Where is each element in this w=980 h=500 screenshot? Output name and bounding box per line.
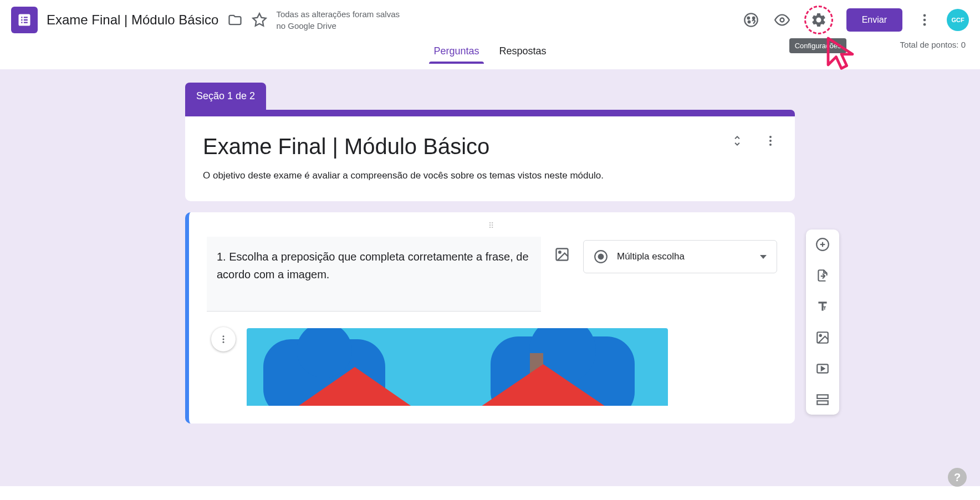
tab-responses[interactable]: Respostas bbox=[499, 45, 547, 64]
settings-icon[interactable]: Configurações bbox=[804, 6, 833, 34]
question-text-input[interactable]: 1. Escolha a preposição que completa cor… bbox=[207, 237, 541, 312]
svg-point-9 bbox=[769, 136, 772, 138]
tab-questions[interactable]: Perguntas bbox=[433, 45, 479, 64]
document-title[interactable]: Exame Final | Módulo Básico bbox=[47, 12, 218, 28]
drag-handle-icon[interactable]: ⠿ bbox=[207, 219, 777, 237]
svg-point-15 bbox=[598, 254, 604, 260]
user-avatar[interactable]: GCF bbox=[947, 9, 969, 31]
question-type-label: Múltipla escolha bbox=[617, 251, 751, 262]
section-indicator: Seção 1 de 2 bbox=[185, 83, 266, 110]
folder-icon[interactable] bbox=[227, 12, 243, 28]
svg-point-17 bbox=[223, 339, 224, 340]
help-button[interactable]: ? bbox=[948, 468, 967, 486]
question-card[interactable]: ⠿ 1. Escolha a preposição que completa c… bbox=[185, 212, 795, 424]
svg-rect-26 bbox=[817, 395, 828, 399]
svg-point-2 bbox=[747, 17, 749, 19]
svg-point-3 bbox=[753, 17, 755, 19]
svg-point-18 bbox=[223, 341, 224, 343]
add-question-icon[interactable] bbox=[815, 237, 830, 252]
preview-icon[interactable] bbox=[773, 11, 791, 29]
chevron-down-icon bbox=[760, 255, 767, 259]
svg-marker-0 bbox=[253, 13, 266, 25]
svg-point-13 bbox=[559, 251, 561, 253]
section-accent-bar bbox=[185, 110, 795, 116]
add-image-icon[interactable] bbox=[554, 247, 570, 262]
add-title-icon[interactable] bbox=[815, 299, 830, 314]
side-toolbar bbox=[806, 229, 839, 415]
svg-point-1 bbox=[744, 13, 757, 26]
svg-point-23 bbox=[820, 335, 821, 336]
svg-point-10 bbox=[769, 140, 772, 142]
add-image-tool-icon[interactable] bbox=[815, 330, 830, 345]
save-status: Todas as alterações foram salvas no Goog… bbox=[276, 8, 409, 32]
add-section-icon[interactable] bbox=[815, 392, 830, 407]
svg-point-16 bbox=[223, 335, 224, 337]
import-questions-icon[interactable] bbox=[815, 268, 830, 283]
section-description[interactable]: O objetivo deste exame é avaliar a compr… bbox=[203, 170, 777, 181]
palette-icon[interactable] bbox=[742, 11, 760, 29]
more-options-icon[interactable] bbox=[916, 11, 933, 29]
svg-point-6 bbox=[923, 14, 926, 17]
forms-logo[interactable] bbox=[11, 7, 38, 33]
collapse-icon[interactable] bbox=[728, 132, 746, 150]
section-header-card[interactable]: Exame Final | Módulo Básico O objetivo d… bbox=[185, 116, 795, 201]
points-total: Total de pontos: 0 bbox=[900, 40, 966, 49]
section-title[interactable]: Exame Final | Módulo Básico bbox=[203, 134, 777, 159]
svg-point-4 bbox=[748, 21, 750, 23]
svg-point-11 bbox=[769, 144, 772, 146]
svg-rect-27 bbox=[817, 401, 828, 405]
image-menu-button[interactable] bbox=[211, 327, 236, 351]
add-video-icon[interactable] bbox=[815, 361, 830, 376]
svg-marker-25 bbox=[821, 367, 824, 371]
send-button[interactable]: Enviar bbox=[846, 8, 902, 32]
svg-point-5 bbox=[780, 18, 784, 22]
svg-point-7 bbox=[923, 19, 926, 22]
section-more-icon[interactable] bbox=[762, 132, 779, 150]
question-type-dropdown[interactable]: Múltipla escolha bbox=[583, 240, 777, 273]
question-image[interactable] bbox=[247, 328, 668, 406]
svg-point-8 bbox=[923, 23, 926, 26]
star-icon[interactable] bbox=[252, 12, 267, 28]
